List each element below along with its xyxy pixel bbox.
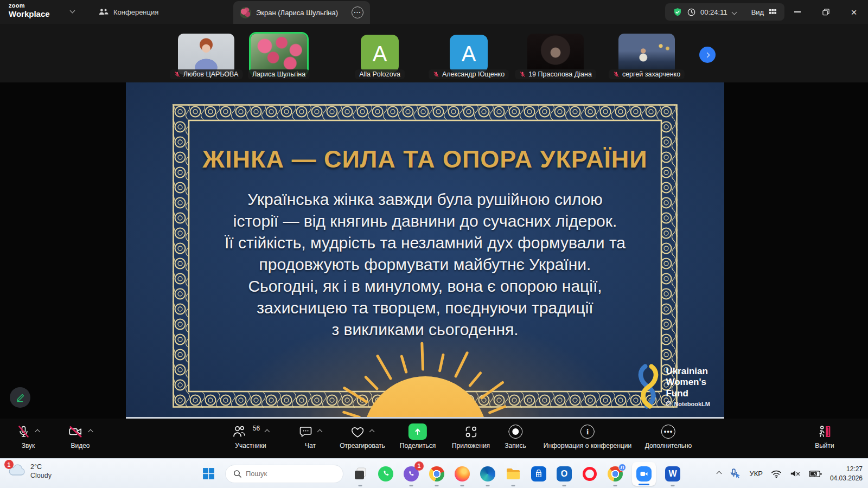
weather-temp: 2°C [30,463,52,471]
tray-time: 12:27 [830,465,863,473]
pencil-icon [15,393,25,403]
letter-avatar: A [450,35,488,73]
word-icon[interactable]: W [664,465,681,483]
tab-more-icon[interactable]: ··· [352,7,363,18]
participant-tile[interactable]: A Alla Polozova [352,34,408,75]
leave-button[interactable]: Выйти [815,423,834,450]
weather-condition: Cloudy [30,471,52,480]
leave-meeting-icon [817,425,832,439]
meeting-status-pill: 00:24:11 Вид [665,3,784,21]
zoom-meeting-window: zoom Workplace Конференция Экран (Лариса… [0,0,868,488]
tab-conference[interactable]: Конференция [93,0,164,24]
apps-button[interactable]: Приложения [452,423,490,450]
participants-label: Участники [235,442,266,450]
chrome-profile-badge: Л [618,464,626,471]
participants-button[interactable]: 56 Участники [232,423,269,450]
chrome-icon[interactable] [428,465,445,483]
audio-options-chevron-icon[interactable] [35,429,40,434]
next-participants-button[interactable] [699,47,716,63]
video-button[interactable]: Видео [68,423,93,450]
tab-thumbnail-avatar [240,7,251,18]
slide-body-text: Українська жінка завжди була рушійною си… [126,189,724,341]
tab-screen-share[interactable]: Экран (Лариса Шульгіна) ··· [233,1,370,24]
rising-sun-illustration [311,325,539,417]
meeting-info-button[interactable]: i Информация о конференции [544,423,631,450]
start-button[interactable] [200,465,217,483]
heart-icon [351,425,365,438]
edge-icon[interactable] [479,465,496,483]
participant-tile[interactable]: сергей захарченко [618,34,675,75]
chrome-profile-icon[interactable]: Л [607,465,624,483]
chat-button[interactable]: Чат [299,423,322,450]
shared-screen-stage: ЖІНКА — СИЛА ТА ОПОРА УКРАЇНИ Українська… [0,82,868,419]
outlook-icon[interactable]: O [556,465,573,483]
audio-button[interactable]: Звук [17,423,40,450]
whatsapp-icon[interactable] [377,465,394,483]
tray-expand-chevron-icon[interactable] [717,471,722,477]
participant-name-label: Alla Polozova [355,69,405,79]
opera-icon[interactable] [581,465,598,483]
language-indicator[interactable]: УКР [749,470,763,478]
participant-name-label: 19 Прасолова Діана [515,69,596,79]
viber-icon[interactable]: 1 [403,465,420,483]
record-label: Запись [505,442,526,450]
participant-tile[interactable]: 19 Прасолова Діана [527,34,584,75]
more-button[interactable]: ••• Дополнительно [645,423,692,450]
taskbar-search[interactable] [225,465,343,483]
volume-muted-icon[interactable] [790,469,801,478]
restore-button[interactable] [812,0,840,24]
presentation-slide: ЖІНКА — СИЛА ТА ОПОРА УКРАЇНИ Українська… [126,82,724,419]
workspace-chevron-down-icon[interactable] [70,8,75,14]
video-options-chevron-icon[interactable] [88,429,93,434]
participant-tile-active-speaker[interactable]: Лариса Шульгіна [251,34,307,75]
mic-cursor-tray-icon[interactable] [729,468,741,479]
meeting-timer: 00:24:11 [700,8,727,16]
microsoft-store-icon[interactable] [530,465,547,483]
participant-tile[interactable]: Любов ЦАРЬОВА [178,34,234,75]
clock-widget[interactable]: 12:27 04.03.2026 [830,465,863,482]
zoom-app-icon[interactable] [632,462,656,486]
muted-mic-icon [17,425,30,439]
ukrainian-womens-fund-logo: Ukrainian Women's Fund NotebookLM [636,363,710,410]
wifi-icon[interactable] [771,470,782,478]
slide-title: ЖІНКА — СИЛА ТА ОПОРА УКРАЇНИ [126,145,724,174]
participant-name-label: Лариса Шульгіна [248,69,310,79]
security-shield-icon[interactable] [673,7,682,17]
view-layout-icon[interactable] [769,9,777,16]
tray-date: 04.03.2026 [830,474,863,483]
react-label: Отреагировать [340,442,385,450]
info-label: Информация о конференции [544,442,631,450]
firefox-icon[interactable] [454,465,471,483]
chat-chevron-icon[interactable] [317,429,323,434]
viber-badge: 1 [414,461,424,471]
leave-label: Выйти [815,442,834,450]
share-screen-button[interactable]: Поделиться [400,423,436,450]
logo-text-zoom: zoom [9,3,50,9]
participant-tile[interactable]: A 19 Прасолова Діана Александр Ющенко [441,34,497,75]
participants-count: 56 [253,425,260,432]
timer-chevron-down-icon[interactable] [731,9,737,15]
apps-label: Приложения [452,442,490,450]
share-label: Поделиться [400,442,436,450]
battery-charging-icon[interactable] [809,470,822,478]
participant-filmstrip: Любов ЦАРЬОВА Лариса Шульгіна A Alla Pol… [0,24,868,82]
notebooklm-label: NotebookLM [674,401,710,407]
weather-widget[interactable]: 1 2°C Cloudy [8,463,52,480]
body-line: Українська жінка завжди була рушійною си… [126,189,724,210]
file-explorer-icon[interactable] [505,465,522,483]
body-line: історії — від княгинь давнини до сучасни… [126,210,724,232]
react-chevron-icon[interactable] [369,429,375,434]
react-button[interactable]: Отреагировать [340,423,385,450]
stacked-windows-icon[interactable] [352,465,369,483]
participants-icon [232,425,246,438]
participants-chevron-icon[interactable] [265,429,270,434]
minimize-button[interactable] [783,0,812,24]
annotate-button[interactable] [10,387,30,408]
body-line: захисницею та творцем, поєднуючи традиці… [126,297,724,319]
search-input[interactable] [246,470,327,478]
apps-icon [464,425,478,439]
window-controls: × [783,0,868,24]
record-button[interactable]: Запись [505,423,526,450]
letter-avatar: A [361,35,399,73]
close-button[interactable]: × [840,0,868,24]
